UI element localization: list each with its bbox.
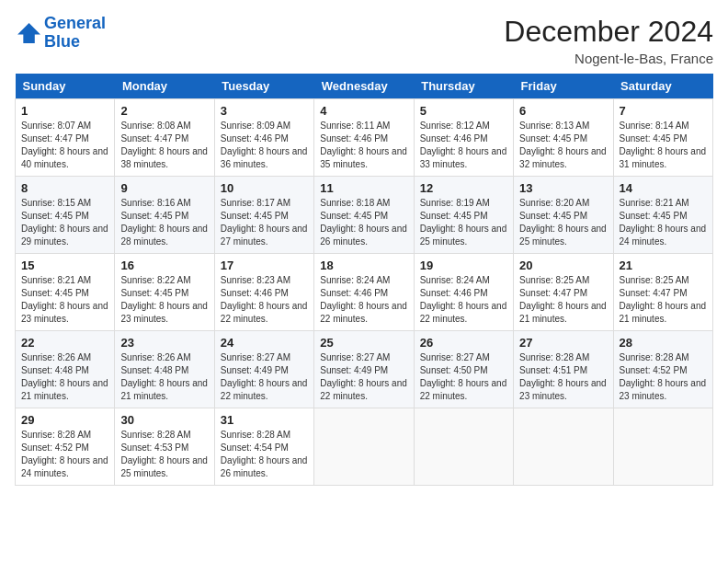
sunrise-text: Sunrise: 8:28 AM (120, 429, 208, 442)
day-info: Sunrise: 8:14 AM Sunset: 4:45 PM Dayligh… (620, 120, 707, 171)
sunrise-text: Sunrise: 8:28 AM (519, 351, 607, 364)
day-info: Sunrise: 8:28 AM Sunset: 4:52 PM Dayligh… (21, 429, 108, 480)
sunrise-text: Sunrise: 8:27 AM (420, 351, 507, 364)
sunrise-text: Sunrise: 8:24 AM (320, 274, 407, 287)
daylight-text: Daylight: 8 hours and 22 minutes. (320, 377, 407, 403)
header-monday: Monday (115, 74, 214, 99)
sunrise-text: Sunrise: 8:26 AM (120, 351, 208, 364)
table-row: 31 Sunrise: 8:28 AM Sunset: 4:54 PM Dayl… (214, 408, 313, 486)
day-number: 26 (420, 336, 507, 350)
calendar-week-row: 15 Sunrise: 8:21 AM Sunset: 4:45 PM Dayl… (16, 254, 713, 331)
day-number: 25 (320, 336, 407, 350)
day-number: 14 (620, 181, 707, 195)
page-header: General Blue December 2024 Nogent-le-Bas… (15, 15, 713, 66)
day-number: 31 (221, 413, 308, 427)
header-tuesday: Tuesday (214, 74, 313, 99)
sunrise-text: Sunrise: 8:14 AM (620, 120, 707, 132)
sunrise-text: Sunrise: 8:13 AM (519, 120, 607, 132)
day-info: Sunrise: 8:25 AM Sunset: 4:47 PM Dayligh… (620, 274, 707, 326)
table-row: 25 Sunrise: 8:27 AM Sunset: 4:49 PM Dayl… (314, 331, 414, 408)
sunrise-text: Sunrise: 8:24 AM (420, 274, 507, 287)
day-info: Sunrise: 8:08 AM Sunset: 4:47 PM Dayligh… (120, 120, 208, 171)
daylight-text: Daylight: 8 hours and 24 minutes. (21, 454, 108, 480)
daylight-text: Daylight: 8 hours and 25 minutes. (420, 223, 507, 248)
sunrise-text: Sunrise: 8:26 AM (21, 351, 108, 364)
day-number: 3 (221, 104, 308, 118)
title-block: December 2024 Nogent-le-Bas, France (504, 15, 713, 66)
table-row: 19 Sunrise: 8:24 AM Sunset: 4:46 PM Dayl… (414, 254, 513, 331)
daylight-text: Daylight: 8 hours and 33 minutes. (420, 145, 507, 171)
sunset-text: Sunset: 4:45 PM (221, 210, 308, 223)
table-row: 4 Sunrise: 8:11 AM Sunset: 4:46 PM Dayli… (314, 99, 414, 177)
table-row (613, 408, 712, 486)
table-row: 11 Sunrise: 8:18 AM Sunset: 4:45 PM Dayl… (314, 177, 414, 254)
logo: General Blue (15, 15, 106, 52)
day-info: Sunrise: 8:28 AM Sunset: 4:51 PM Dayligh… (519, 351, 607, 403)
table-row: 29 Sunrise: 8:28 AM Sunset: 4:52 PM Dayl… (16, 408, 115, 486)
day-info: Sunrise: 8:28 AM Sunset: 4:54 PM Dayligh… (221, 429, 308, 480)
daylight-text: Daylight: 8 hours and 25 minutes. (519, 223, 607, 248)
day-number: 6 (519, 104, 607, 118)
daylight-text: Daylight: 8 hours and 22 minutes. (221, 377, 308, 403)
sunset-text: Sunset: 4:47 PM (620, 287, 707, 300)
table-row: 23 Sunrise: 8:26 AM Sunset: 4:48 PM Dayl… (115, 331, 214, 408)
day-info: Sunrise: 8:13 AM Sunset: 4:45 PM Dayligh… (519, 120, 607, 171)
day-number: 11 (320, 181, 407, 195)
daylight-text: Daylight: 8 hours and 22 minutes. (420, 300, 507, 326)
sunset-text: Sunset: 4:45 PM (21, 287, 108, 300)
daylight-text: Daylight: 8 hours and 21 minutes. (519, 300, 607, 326)
table-row (414, 408, 513, 486)
daylight-text: Daylight: 8 hours and 21 minutes. (21, 377, 108, 403)
location-title: Nogent-le-Bas, France (504, 51, 713, 66)
sunrise-text: Sunrise: 8:25 AM (620, 274, 707, 287)
sunset-text: Sunset: 4:46 PM (221, 287, 308, 300)
sunrise-text: Sunrise: 8:28 AM (221, 429, 308, 442)
day-info: Sunrise: 8:27 AM Sunset: 4:49 PM Dayligh… (320, 351, 407, 403)
table-row: 9 Sunrise: 8:16 AM Sunset: 4:45 PM Dayli… (115, 177, 214, 254)
sunset-text: Sunset: 4:49 PM (320, 364, 407, 377)
day-number: 13 (519, 181, 607, 195)
day-info: Sunrise: 8:25 AM Sunset: 4:47 PM Dayligh… (519, 274, 607, 326)
sunrise-text: Sunrise: 8:08 AM (120, 120, 208, 132)
header-row: Sunday Monday Tuesday Wednesday Thursday… (16, 74, 713, 99)
calendar-week-row: 8 Sunrise: 8:15 AM Sunset: 4:45 PM Dayli… (16, 177, 713, 254)
sunset-text: Sunset: 4:49 PM (221, 364, 308, 377)
table-row: 3 Sunrise: 8:09 AM Sunset: 4:46 PM Dayli… (214, 99, 313, 177)
day-info: Sunrise: 8:28 AM Sunset: 4:53 PM Dayligh… (120, 429, 208, 480)
day-info: Sunrise: 8:11 AM Sunset: 4:46 PM Dayligh… (320, 120, 407, 171)
day-number: 22 (21, 336, 108, 350)
sunset-text: Sunset: 4:45 PM (620, 210, 707, 223)
day-info: Sunrise: 8:18 AM Sunset: 4:45 PM Dayligh… (320, 197, 407, 248)
daylight-text: Daylight: 8 hours and 32 minutes. (519, 145, 607, 171)
sunset-text: Sunset: 4:46 PM (420, 132, 507, 145)
table-row: 7 Sunrise: 8:14 AM Sunset: 4:45 PM Dayli… (613, 99, 712, 177)
day-number: 17 (221, 259, 308, 272)
daylight-text: Daylight: 8 hours and 23 minutes. (120, 300, 208, 326)
day-number: 5 (420, 104, 507, 118)
day-number: 29 (21, 413, 108, 427)
day-number: 30 (120, 413, 208, 427)
sunset-text: Sunset: 4:48 PM (120, 364, 208, 377)
sunrise-text: Sunrise: 8:28 AM (21, 429, 108, 442)
svg-marker-0 (17, 23, 40, 43)
table-row: 22 Sunrise: 8:26 AM Sunset: 4:48 PM Dayl… (16, 331, 115, 408)
sunset-text: Sunset: 4:46 PM (221, 132, 308, 145)
sunrise-text: Sunrise: 8:09 AM (221, 120, 308, 132)
sunrise-text: Sunrise: 8:07 AM (21, 120, 108, 132)
logo-icon (15, 20, 40, 46)
daylight-text: Daylight: 8 hours and 21 minutes. (620, 300, 707, 326)
sunset-text: Sunset: 4:45 PM (320, 210, 407, 223)
table-row: 8 Sunrise: 8:15 AM Sunset: 4:45 PM Dayli… (16, 177, 115, 254)
sunrise-text: Sunrise: 8:17 AM (221, 197, 308, 210)
sunrise-text: Sunrise: 8:18 AM (320, 197, 407, 210)
calendar-week-row: 1 Sunrise: 8:07 AM Sunset: 4:47 PM Dayli… (16, 99, 713, 177)
daylight-text: Daylight: 8 hours and 27 minutes. (221, 223, 308, 248)
sunset-text: Sunset: 4:46 PM (320, 132, 407, 145)
day-number: 15 (21, 259, 108, 272)
day-number: 16 (120, 259, 208, 272)
day-info: Sunrise: 8:26 AM Sunset: 4:48 PM Dayligh… (120, 351, 208, 403)
sunrise-text: Sunrise: 8:22 AM (120, 274, 208, 287)
table-row: 14 Sunrise: 8:21 AM Sunset: 4:45 PM Dayl… (613, 177, 712, 254)
header-wednesday: Wednesday (314, 74, 414, 99)
logo-line1: General (44, 14, 106, 32)
